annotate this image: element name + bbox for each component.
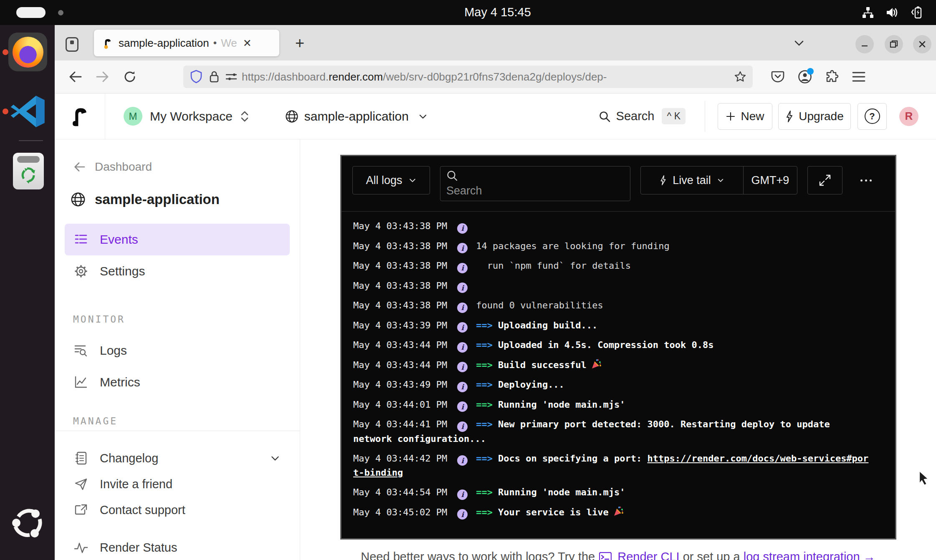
trash-dock-icon[interactable] (13, 153, 44, 189)
info-icon[interactable]: i (457, 322, 468, 333)
sidebar-item-label: Render Status (100, 541, 177, 555)
hamburger-menu-icon[interactable] (852, 71, 865, 82)
log-stream-integration-link[interactable]: log stream integration → (744, 550, 875, 560)
list-all-tabs-icon[interactable] (793, 37, 805, 49)
live-tail-button[interactable]: Live tail (641, 174, 743, 187)
battery-icon[interactable] (909, 6, 923, 19)
sidebar-item-events[interactable]: Events (65, 224, 290, 255)
help-button[interactable]: ? (858, 103, 887, 130)
forward-icon[interactable] (96, 71, 110, 83)
log-timestamp: May 4 03:44:41 PM (353, 419, 447, 429)
window-minimize-button[interactable] (855, 35, 874, 53)
info-icon[interactable]: i (457, 243, 468, 253)
log-message: Running 'node main.mjs' (498, 399, 625, 410)
sidebar-item-metrics[interactable]: Metrics (65, 366, 290, 398)
workspace-pill-indicator[interactable] (16, 7, 46, 18)
page-content: M My Workspace sample-application (55, 93, 936, 560)
url-fade (692, 66, 729, 88)
back-to-dashboard-link[interactable]: Dashboard (65, 159, 290, 174)
upgrade-button[interactable]: Upgrade (778, 103, 851, 130)
render-cli-link[interactable]: Render CLI (617, 550, 679, 560)
info-icon[interactable]: i (457, 382, 468, 392)
info-icon[interactable]: i (457, 342, 468, 353)
sidebar-item-label: Metrics (100, 375, 140, 389)
log-filter-dropdown[interactable]: All logs (352, 166, 430, 194)
log-message: Running 'node main.mjs' (498, 487, 625, 497)
info-icon[interactable]: i (457, 509, 468, 520)
firefox-view-icon[interactable] (66, 37, 78, 52)
shield-icon[interactable] (190, 70, 202, 84)
system-clock[interactable]: May 4 15:45 (441, 5, 554, 19)
network-icon[interactable] (862, 6, 874, 19)
url-bar[interactable]: https://dashboard.render.com/web/srv-d0b… (183, 66, 753, 88)
log-search-input[interactable]: Search (440, 166, 630, 201)
log-timestamp: May 4 03:43:38 PM (353, 221, 447, 231)
sidebar-item-contact-support[interactable]: Contact support (65, 497, 290, 523)
bookmark-star-icon[interactable] (734, 71, 746, 83)
question-mark-icon: ? (865, 108, 880, 124)
service-name: sample-application (304, 109, 409, 124)
info-icon[interactable]: i (457, 401, 468, 412)
back-icon[interactable] (68, 71, 82, 83)
log-entry: May 4 03:43:44 PMi==>Build successful (353, 358, 870, 373)
search-shortcut-badge: ^ K (662, 108, 686, 124)
sidebar-item-render-status[interactable]: Render Status (65, 535, 290, 560)
sidebar-item-label: Logs (100, 343, 127, 358)
info-icon[interactable]: i (457, 303, 468, 313)
account-icon[interactable] (798, 70, 812, 84)
log-list: May 4 03:43:38 PMiMay 4 03:43:38 PMi14 p… (342, 212, 895, 532)
sidebar-monitor-nav: LogsMetrics (65, 335, 290, 398)
sidebar-section-monitor: MONITOR (65, 314, 290, 325)
user-avatar[interactable]: R (899, 107, 918, 126)
sidebar-divider (55, 431, 300, 431)
window-close-button[interactable] (913, 35, 931, 53)
firefox-window: sample-application • We ✕ + (55, 25, 936, 560)
sidebar-item-changelog[interactable]: Changelog (65, 445, 290, 471)
info-icon[interactable]: i (457, 362, 468, 372)
firefox-dock-icon[interactable] (8, 33, 47, 71)
render-app-header: M My Workspace sample-application (55, 93, 936, 139)
up-down-chevron-icon (240, 110, 249, 123)
tab-close-icon[interactable]: ✕ (243, 37, 252, 49)
log-entry: May 4 03:43:38 PMi (353, 219, 870, 234)
reload-icon[interactable] (123, 70, 137, 83)
vscode-dock-icon[interactable] (9, 93, 48, 131)
log-entry: May 4 03:44:41 PMi==>New primary port de… (353, 417, 870, 446)
sidebar-item-logs[interactable]: Logs (65, 335, 290, 366)
info-icon[interactable]: i (457, 283, 468, 293)
workspace-dot-indicator[interactable] (58, 10, 63, 15)
pocket-icon[interactable] (771, 71, 784, 83)
more-options-icon[interactable] (854, 166, 878, 194)
info-icon[interactable]: i (457, 455, 468, 466)
ubuntu-show-apps-icon[interactable] (10, 505, 46, 541)
permissions-icon[interactable] (225, 72, 238, 82)
sidebar-item-invite-a-friend[interactable]: Invite a friend (65, 471, 290, 497)
info-icon[interactable]: i (457, 263, 468, 273)
log-message: 14 packages are looking for funding (476, 241, 670, 251)
lock-icon[interactable] (209, 71, 219, 83)
workspace-switcher[interactable]: M My Workspace (124, 107, 249, 126)
render-logo[interactable] (55, 93, 105, 139)
url-text[interactable]: https://dashboard.render.com/web/srv-d0b… (242, 71, 746, 83)
extensions-puzzle-icon[interactable] (825, 70, 839, 83)
new-tab-button[interactable]: + (289, 33, 310, 53)
service-switcher[interactable]: sample-application (285, 109, 428, 124)
support-chat-icon (74, 504, 88, 516)
timezone-button[interactable]: GMT+9 (744, 174, 797, 187)
info-icon[interactable]: i (457, 223, 468, 234)
global-search-button[interactable]: Search ^ K (599, 108, 686, 124)
globe-icon (285, 110, 299, 123)
browser-tab[interactable]: sample-application • We ✕ (94, 30, 279, 56)
chevron-down-icon (418, 111, 428, 121)
tab-title-truncated: We (221, 37, 237, 50)
log-entry: May 4 03:45:02 PMi==>Your service is liv… (353, 505, 870, 520)
new-button[interactable]: New (718, 103, 772, 130)
info-icon[interactable]: i (457, 421, 468, 432)
volume-icon[interactable] (885, 6, 898, 19)
window-restore-button[interactable] (885, 35, 903, 53)
expand-logs-icon[interactable] (807, 166, 842, 194)
tab-bar: sample-application • We ✕ + (55, 25, 936, 61)
info-icon[interactable]: i (457, 489, 468, 500)
sidebar-item-settings[interactable]: Settings (65, 255, 290, 287)
log-arrow: ==> (476, 340, 493, 350)
